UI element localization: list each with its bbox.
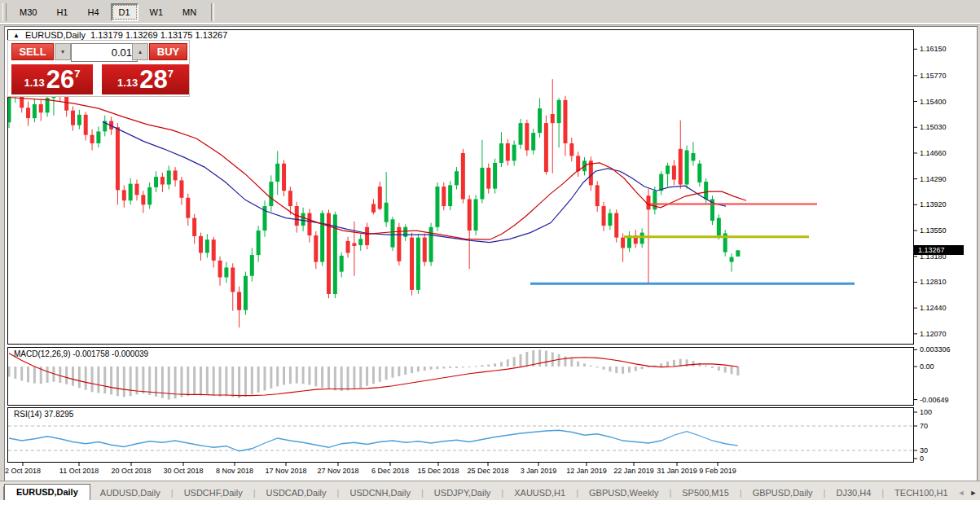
price-axis-label: 1.15030 (920, 123, 947, 131)
rsi-axis-label: 30 (920, 446, 928, 455)
rsi-axis-label: 70 (920, 422, 928, 430)
chart-ohlc-quote: 1.13179 1.13269 1.13175 1.13267 (90, 30, 227, 40)
one-click-trade-panel: SELL ▾ ▴ BUY 1.13 26 7 1.13 28 7 (7, 40, 190, 97)
rsi-indicator-label: RSI(14) 37.8295 (14, 410, 73, 419)
volume-increase-button[interactable]: ▴ (132, 43, 148, 60)
sell-price-prefix: 1.13 (24, 77, 44, 89)
price-axis-label: 1.13920 (920, 200, 947, 209)
date-axis-label: 6 Dec 2018 (371, 467, 409, 475)
date-axis-label: 22 Jan 2019 (613, 467, 654, 475)
date-axis-label: 11 Oct 2018 (59, 467, 99, 475)
tab-scroll-arrows[interactable]: ◄► (958, 489, 980, 501)
timeframe-button-MN[interactable]: MN (174, 3, 204, 21)
date-axis-label: 12 Jan 2019 (566, 467, 607, 475)
date-axis-label: 15 Dec 2018 (417, 467, 459, 475)
buy-price-prefix: 1.13 (117, 77, 138, 89)
buy-price-button[interactable]: 1.13 28 7 (102, 64, 189, 94)
buy-price-big: 28 (139, 67, 167, 92)
tab-EURUSD-Daily[interactable]: EURUSD,Daily (4, 484, 90, 501)
tab-USDCHF-Daily[interactable]: USDCHF,Daily (174, 485, 253, 501)
price-axis-label: 1.15400 (920, 98, 947, 106)
date-axis-label: 31 Jan 2019 (657, 467, 697, 475)
macd-axis-label: 0.00 (920, 362, 934, 371)
tab-DJ30-H4[interactable]: DJ30,H4 (826, 485, 881, 501)
timeframe-button-M30[interactable]: M30 (11, 3, 45, 21)
timeframe-button-H4[interactable]: H4 (79, 3, 107, 21)
price-axis-label: 1.15770 (920, 72, 947, 80)
price-axis-label: 1.14660 (920, 149, 947, 157)
date-axis-label: 8 Nov 2018 (216, 467, 253, 475)
date-axis-label: 17 Nov 2018 (265, 467, 306, 475)
date-axis-label: 20 Oct 2018 (111, 467, 151, 475)
sell-price-button[interactable]: 1.13 26 7 (11, 64, 93, 94)
tab-AUDUSD-Daily[interactable]: AUDUSD,Daily (90, 485, 170, 501)
rsi-pane-frame (8, 408, 914, 463)
timeframe-button-H1[interactable]: H1 (48, 3, 76, 21)
date-axis-label: 30 Oct 2018 (163, 467, 203, 475)
buy-price-sup: 7 (168, 68, 174, 80)
sell-button[interactable]: SELL (11, 43, 54, 60)
rsi-axis-label: 0 (920, 455, 924, 463)
chart-window: ▲ EURUSD,Daily 1.13179 1.13269 1.13175 1… (4, 26, 978, 482)
chart-symbol-label: EURUSD,Daily (25, 30, 86, 40)
price-axis-label: 1.13550 (920, 226, 947, 235)
date-axis-label: 2 Oct 2018 (5, 467, 41, 475)
volume-input[interactable] (71, 43, 138, 62)
tabs-scroll-right-icon[interactable]: ► (969, 489, 980, 497)
volume-decrease-button[interactable]: ▾ (55, 43, 71, 60)
tab-SP500-M15[interactable]: SP500,M15 (672, 485, 738, 501)
window-bottom-edge (0, 500, 980, 505)
tab-USDCNH-Daily[interactable]: USDCNH,Daily (340, 485, 420, 501)
toolbar-grip[interactable] (2, 3, 7, 21)
price-axis-label: 1.12070 (920, 330, 947, 338)
timeframe-button-W1[interactable]: W1 (142, 3, 172, 21)
tab-USDCAD-Daily[interactable]: USDCAD,Daily (257, 485, 336, 501)
price-axis-label: 1.13180 (920, 253, 947, 261)
tab-TECH100-H1[interactable]: TECH100,H1 (885, 485, 957, 501)
tab-GBPUSD-Daily[interactable]: GBPUSD,Daily (743, 485, 823, 501)
date-axis-label: 3 Jan 2019 (521, 467, 557, 475)
chart-title: ▲ EURUSD,Daily 1.13179 1.13269 1.13175 1… (13, 30, 227, 40)
collapse-icon[interactable]: ▲ (13, 32, 20, 39)
tabs-scroll-left-icon[interactable]: ◄ (958, 489, 970, 497)
timeframe-button-D1[interactable]: D1 (111, 3, 138, 21)
date-axis-label: 25 Dec 2018 (467, 467, 508, 475)
tab-USDJPY-Daily[interactable]: USDJPY,Daily (424, 485, 501, 501)
tab-XAUUSD-H1[interactable]: XAUUSD,H1 (504, 485, 575, 501)
price-axis-label: 1.16150 (920, 45, 947, 53)
sell-price-big: 26 (46, 67, 74, 92)
macd-axis-label: 0.003306 (920, 345, 951, 354)
price-axis-label: 1.14290 (920, 175, 947, 183)
symbol-tab-bar: EURUSD,DailyAUDUSD,Daily|USDCHF,Daily|US… (0, 481, 980, 501)
trading-terminal-window: M30H1H4D1W1MN ▲ EURUSD,Daily 1.13179 1.1… (0, 0, 980, 505)
timeframe-toolbar: M30H1H4D1W1MN (0, 0, 980, 25)
price-axis-label: 1.12440 (920, 304, 947, 312)
tab-GBPUSD-Weekly[interactable]: GBPUSD,Weekly (579, 485, 668, 501)
rsi-axis-label: 100 (920, 408, 932, 416)
date-axis-label: 9 Feb 2019 (699, 467, 736, 475)
price-axis-label: 1.12810 (920, 278, 947, 286)
macd-axis-label: -0.00649 (920, 396, 949, 404)
macd-indicator-label: MACD(12,26,9) -0.001758 -0.000039 (14, 349, 148, 358)
buy-button[interactable]: BUY (149, 43, 187, 60)
sell-price-sup: 7 (74, 68, 80, 80)
toolbar-separator (211, 3, 214, 21)
date-axis-label: 27 Nov 2018 (317, 467, 358, 475)
